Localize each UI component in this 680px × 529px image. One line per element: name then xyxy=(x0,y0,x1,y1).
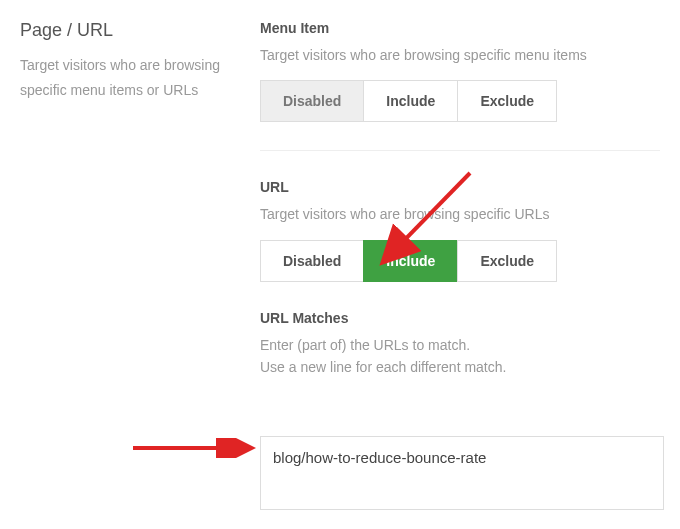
url-matches-hint-1: Enter (part of) the URLs to match. xyxy=(260,334,660,356)
menu-item-label: Menu Item xyxy=(260,20,660,36)
url-matches-input[interactable] xyxy=(260,436,664,510)
divider xyxy=(260,150,660,151)
menu-item-include-button[interactable]: Include xyxy=(363,80,458,122)
url-exclude-button[interactable]: Exclude xyxy=(457,240,557,282)
url-segmented: Disabled Include Exclude xyxy=(260,240,557,282)
menu-item-group: Menu Item Target visitors who are browsi… xyxy=(260,20,660,122)
url-matches-label: URL Matches xyxy=(260,310,660,326)
url-include-button[interactable]: Include xyxy=(363,240,458,282)
url-hint: Target visitors who are browsing specifi… xyxy=(260,203,660,225)
url-group: URL Target visitors who are browsing spe… xyxy=(260,179,660,281)
url-matches-group: URL Matches Enter (part of) the URLs to … xyxy=(260,310,660,379)
menu-item-hint: Target visitors who are browsing specifi… xyxy=(260,44,660,66)
arrow-icon xyxy=(128,438,258,458)
page-description: Target visitors who are browsing specifi… xyxy=(20,53,220,103)
url-matches-hint: Enter (part of) the URLs to match. Use a… xyxy=(260,334,660,379)
sidebar: Page / URL Target visitors who are brows… xyxy=(20,20,220,393)
menu-item-exclude-button[interactable]: Exclude xyxy=(457,80,557,122)
menu-item-segmented: Disabled Include Exclude xyxy=(260,80,557,122)
url-matches-hint-2: Use a new line for each different match. xyxy=(260,356,660,378)
url-disabled-button[interactable]: Disabled xyxy=(260,240,364,282)
menu-item-disabled-button[interactable]: Disabled xyxy=(260,80,364,122)
url-label: URL xyxy=(260,179,660,195)
page-title: Page / URL xyxy=(20,20,220,41)
